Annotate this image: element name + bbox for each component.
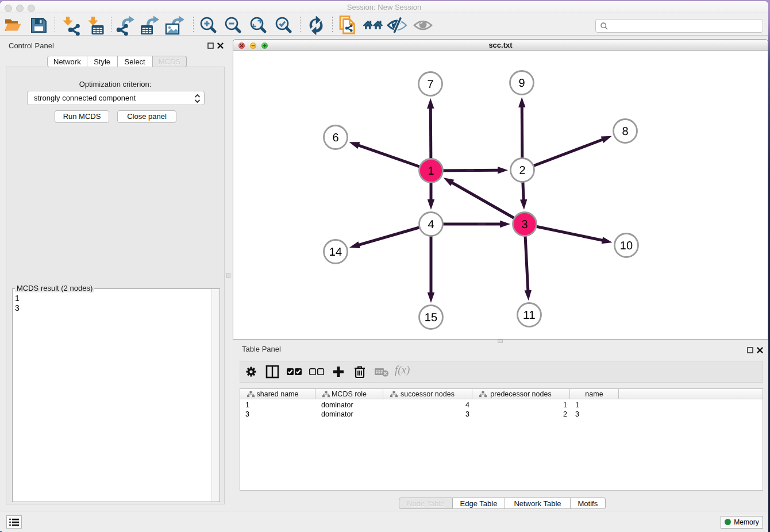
svg-text:11: 11 bbox=[523, 309, 536, 321]
svg-text:10: 10 bbox=[620, 239, 633, 252]
svg-text:2: 2 bbox=[519, 164, 525, 176]
svg-text:8: 8 bbox=[622, 125, 628, 137]
svg-text:14: 14 bbox=[329, 245, 342, 258]
svg-text:4: 4 bbox=[428, 218, 434, 230]
svg-text:9: 9 bbox=[518, 76, 525, 89]
svg-text:6: 6 bbox=[332, 131, 338, 144]
svg-text:7: 7 bbox=[427, 78, 433, 90]
svg-text:1: 1 bbox=[428, 164, 434, 177]
svg-text:3: 3 bbox=[521, 218, 528, 230]
svg-text:15: 15 bbox=[425, 311, 437, 323]
